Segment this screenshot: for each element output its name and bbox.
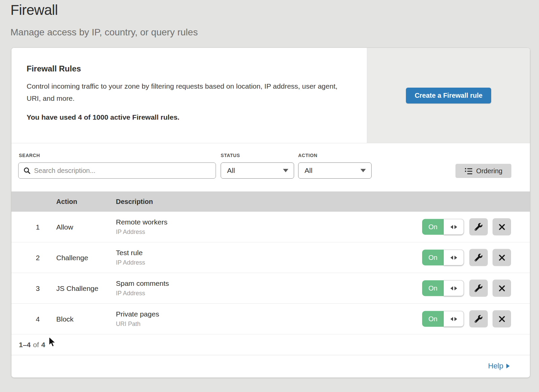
delete-rule-button[interactable] (493, 280, 511, 297)
rule-match-type: IP Address (116, 290, 169, 297)
arrow-right-icon (454, 225, 457, 229)
rule-enabled-toggle[interactable]: On (422, 219, 464, 235)
toggle-on-label: On (422, 311, 444, 327)
rule-number: 4 (24, 304, 40, 334)
arrow-right-icon (506, 364, 510, 368)
rule-action: JS Challenge (56, 273, 98, 304)
usage-note: You have used 4 of 1000 active Firewall … (27, 113, 353, 121)
ordering-button-label: Ordering (476, 167, 503, 175)
rule-action: Allow (56, 212, 73, 242)
page-title: Firewall (10, 2, 58, 18)
rule-description: Test rule IP Address (116, 249, 145, 266)
arrow-right-icon (454, 255, 457, 260)
rule-title: Remote workers (116, 218, 167, 226)
rule-match-type: IP Address (116, 229, 167, 236)
search-label: SEARCH (19, 153, 40, 158)
table-row: 3 JS Challenge Spam comments IP Address … (11, 273, 530, 304)
wrench-icon (475, 223, 482, 231)
rule-action: Challenge (56, 242, 88, 273)
rule-description: Remote workers IP Address (116, 218, 167, 236)
help-bar: Help (11, 355, 530, 376)
help-link-label: Help (488, 362, 503, 370)
create-firewall-rule-button[interactable]: Create a Firewall rule (406, 88, 491, 103)
delete-rule-button[interactable] (493, 218, 511, 236)
search-input[interactable] (34, 167, 211, 175)
configure-rule-button[interactable] (469, 280, 488, 297)
arrow-left-icon (450, 286, 453, 290)
chevron-down-icon (283, 169, 288, 172)
action-label: ACTION (298, 153, 317, 158)
rule-title: Spam comments (116, 279, 169, 288)
rule-match-type: URI Path (116, 321, 159, 328)
rule-description: Private pages URI Path (116, 310, 159, 328)
table-row: 4 Block Private pages URI Path On (11, 304, 530, 334)
card-description: Control incoming traffic to your zone by… (27, 80, 347, 104)
close-icon (499, 315, 505, 322)
wrench-icon (475, 315, 482, 323)
rule-enabled-toggle[interactable]: On (422, 250, 464, 266)
arrow-left-icon (450, 317, 453, 321)
toggle-on-label: On (422, 219, 444, 235)
ordering-button[interactable]: Ordering (455, 164, 511, 178)
configure-rule-button[interactable] (469, 310, 488, 328)
toggle-knob[interactable] (444, 219, 464, 235)
chevron-down-icon (360, 169, 366, 172)
table-header: Action Description (11, 191, 530, 212)
rule-number: 3 (24, 273, 40, 304)
rule-description: Spam comments IP Address (116, 279, 169, 297)
rule-match-type: IP Address (116, 259, 145, 266)
wrench-icon (475, 284, 482, 292)
column-header-description: Description (116, 191, 153, 212)
intro-text-block: Firewall Rules Control incoming traffic … (11, 48, 367, 143)
rule-title: Test rule (116, 249, 145, 257)
toggle-knob[interactable] (444, 311, 464, 327)
delete-rule-button[interactable] (493, 310, 511, 328)
close-icon (499, 254, 505, 261)
filters-section: SEARCH STATUS ACTION All All (11, 143, 530, 191)
pagination-of: of (33, 341, 39, 349)
table-row: 2 Challenge Test rule IP Address On (11, 242, 530, 273)
intro-action-panel: Create a Firewall rule (367, 48, 530, 143)
search-icon (23, 167, 31, 174)
arrow-left-icon (450, 255, 453, 260)
rule-enabled-toggle[interactable]: On (422, 280, 464, 296)
configure-rule-button[interactable] (469, 249, 488, 266)
rule-title: Private pages (116, 310, 159, 318)
close-icon (499, 223, 505, 230)
rule-number: 1 (24, 212, 40, 242)
search-box (18, 162, 216, 179)
arrow-right-icon (454, 317, 457, 321)
action-select[interactable]: All (298, 162, 372, 179)
rule-number: 2 (24, 242, 40, 273)
ordered-list-icon (465, 167, 473, 175)
table-row: 1 Allow Remote workers IP Address On (11, 212, 530, 242)
firewall-page: Firewall Manage access by IP, country, o… (0, 0, 539, 392)
rule-action: Block (56, 304, 73, 334)
toggle-on-label: On (422, 280, 444, 296)
pagination-total: 4 (41, 341, 45, 349)
delete-rule-button[interactable] (493, 249, 511, 266)
configure-rule-button[interactable] (469, 218, 488, 236)
card-heading: Firewall Rules (27, 64, 353, 73)
status-select[interactable]: All (221, 162, 294, 179)
toggle-on-label: On (422, 250, 444, 266)
pagination-bar: 1–4 of 4 (11, 334, 530, 355)
page-subtitle: Manage access by IP, country, or query r… (10, 27, 198, 38)
arrow-right-icon (454, 286, 457, 290)
help-link[interactable]: Help (488, 362, 510, 370)
intro-section: Firewall Rules Control incoming traffic … (11, 48, 530, 143)
status-label: STATUS (221, 153, 240, 158)
action-select-value: All (305, 167, 312, 175)
close-icon (499, 285, 505, 292)
pagination-range: 1–4 (19, 341, 31, 349)
rule-enabled-toggle[interactable]: On (422, 311, 464, 327)
status-select-value: All (227, 167, 235, 175)
column-header-action: Action (56, 191, 77, 212)
wrench-icon (475, 254, 482, 262)
firewall-rules-card: Firewall Rules Control incoming traffic … (11, 48, 530, 378)
toggle-knob[interactable] (444, 250, 464, 266)
arrow-left-icon (450, 225, 453, 229)
toggle-knob[interactable] (444, 280, 464, 296)
